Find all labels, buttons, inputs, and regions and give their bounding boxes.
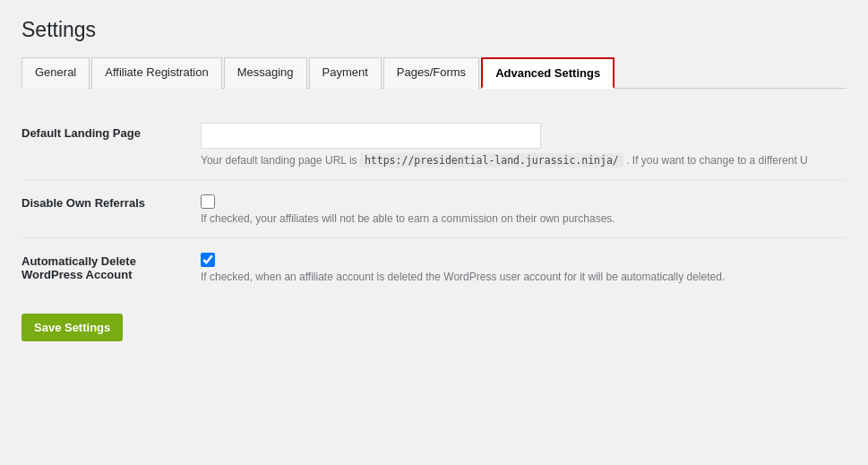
disable-own-referrals-control: If checked, your affiliates will not be … (201, 193, 847, 225)
disable-own-referrals-description: If checked, your affiliates will not be … (201, 212, 847, 225)
default-landing-page-control: Your default landing page URL is https:/… (201, 123, 847, 167)
tab-pages-forms[interactable]: Pages/Forms (383, 57, 479, 89)
default-landing-page-description: Your default landing page URL is https:/… (201, 154, 847, 167)
tab-payment[interactable]: Payment (309, 57, 382, 89)
auto-delete-wp-label: Automatically Delete WordPress Account (21, 251, 201, 281)
tab-affiliate-registration[interactable]: Affiliate Registration (91, 57, 221, 89)
disable-own-referrals-label: Disable Own Referrals (21, 193, 201, 210)
description-pre-text: Your default landing page URL is (201, 154, 357, 167)
auto-delete-wp-wrap (201, 251, 847, 267)
tab-advanced-settings[interactable]: Advanced Settings (481, 57, 614, 89)
description-post-text: . If you want to change to a different U (626, 154, 808, 167)
save-settings-button[interactable]: Save Settings (21, 314, 123, 341)
default-landing-page-input[interactable] (201, 123, 541, 149)
tab-messaging[interactable]: Messaging (224, 57, 307, 89)
auto-delete-wp-row: Automatically Delete WordPress Account I… (21, 237, 847, 296)
disable-own-referrals-row: Disable Own Referrals If checked, your a… (21, 179, 847, 237)
auto-delete-wp-description: If checked, when an affiliate account is… (201, 271, 847, 283)
default-url-code: https://presidential-land.jurassic.ninja… (360, 153, 623, 168)
auto-delete-wp-checkbox[interactable] (201, 253, 215, 267)
disable-own-referrals-wrap (201, 193, 847, 209)
disable-own-referrals-checkbox[interactable] (201, 194, 215, 209)
default-landing-page-label: Default Landing Page (21, 123, 201, 140)
default-landing-page-row: Default Landing Page Your default landin… (21, 110, 847, 179)
tabs-nav: General Affiliate Registration Messaging… (21, 56, 847, 89)
settings-form: Default Landing Page Your default landin… (21, 110, 847, 341)
tab-general[interactable]: General (21, 57, 90, 89)
page-title: Settings (21, 18, 847, 42)
auto-delete-wp-control: If checked, when an affiliate account is… (201, 251, 847, 283)
